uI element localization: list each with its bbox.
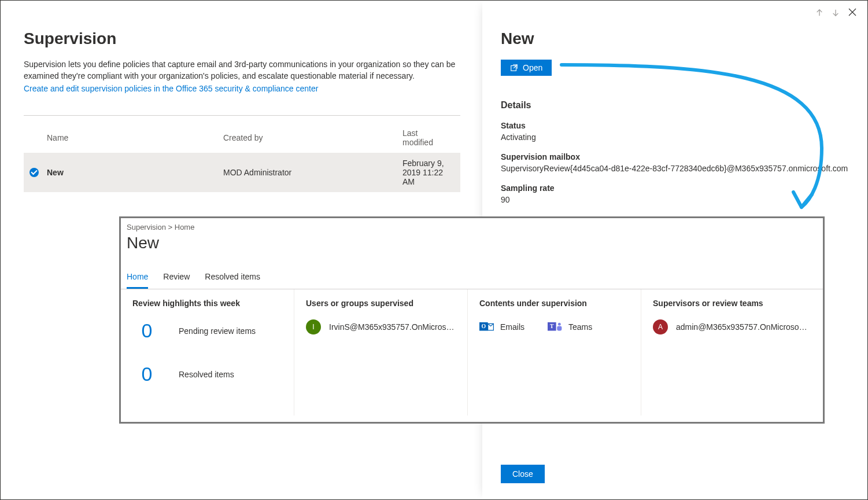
mailbox-value: SupervisoryReview{4d45ca04-d81e-422e-83c… <box>501 164 849 173</box>
col-header-created[interactable]: Created by <box>223 133 402 142</box>
emails-label: Emails <box>500 322 525 332</box>
svg-rect-7 <box>557 326 562 330</box>
user-avatar-icon: I <box>306 319 321 334</box>
content-teams[interactable]: T Teams <box>548 319 592 334</box>
close-button[interactable]: Close <box>501 465 545 483</box>
content-emails[interactable]: O Emails <box>479 319 525 334</box>
supervisor-avatar-icon: A <box>653 319 668 334</box>
table-header-row: Name Created by Last modified <box>24 123 460 153</box>
help-link[interactable]: Create and edit supervision policies in … <box>24 84 318 93</box>
intro-text: Supervision lets you define policies tha… <box>24 58 460 82</box>
mailbox-label: Supervision mailbox <box>501 152 849 161</box>
outlook-icon: O <box>479 319 494 334</box>
tab-review[interactable]: Review <box>163 272 190 289</box>
pending-label: Pending review items <box>179 326 256 336</box>
panel-header: Contents under supervision <box>479 299 629 308</box>
row-name: New <box>47 168 223 177</box>
tab-resolved[interactable]: Resolved items <box>205 272 260 289</box>
flyout-title: New <box>501 30 849 48</box>
col-header-name[interactable]: Name <box>47 133 223 142</box>
arrow-up-icon[interactable] <box>815 9 823 19</box>
tab-bar: Home Review Resolved items <box>121 252 823 289</box>
svg-text:O: O <box>482 323 486 329</box>
arrow-down-icon[interactable] <box>832 9 840 19</box>
status-label: Status <box>501 121 849 130</box>
rate-label: Sampling rate <box>501 183 849 193</box>
open-new-window-icon <box>510 64 518 72</box>
policy-detail-overlay: Supervision > Home New Home Review Resol… <box>119 216 825 424</box>
page-title: Supervision <box>24 30 460 48</box>
panel-review-highlights: Review highlights this week 0 Pending re… <box>121 289 294 416</box>
table-row[interactable]: New MOD Administrator February 9, 2019 1… <box>24 153 460 192</box>
rate-value: 90 <box>501 195 849 204</box>
row-modified: February 9, 2019 11:22 AM <box>402 159 446 186</box>
panel-contents: Contents under supervision O Emails T <box>468 289 641 416</box>
panel-supervisors: Supervisors or review teams A admin@M365… <box>641 289 823 416</box>
pending-count: 0 <box>132 319 161 342</box>
supervisor-user[interactable]: admin@M365x935757.OnMicrosoft.... <box>676 322 809 332</box>
svg-text:T: T <box>550 323 554 329</box>
svg-point-6 <box>558 323 561 326</box>
policy-table: Name Created by Last modified New MOD Ad… <box>24 123 460 192</box>
close-icon[interactable] <box>848 8 857 20</box>
divider <box>24 115 460 116</box>
panel-header: Supervisors or review teams <box>653 299 811 308</box>
breadcrumb[interactable]: Supervision > Home <box>121 218 823 231</box>
details-heading: Details <box>501 100 849 111</box>
teams-icon: T <box>548 319 563 334</box>
resolved-count: 0 <box>132 363 161 385</box>
panel-header: Review highlights this week <box>132 299 282 308</box>
row-selected-icon[interactable] <box>29 168 39 177</box>
panel-header: Users or groups supervised <box>306 299 456 308</box>
tab-home[interactable]: Home <box>127 272 148 289</box>
open-button[interactable]: Open <box>501 60 552 76</box>
panel-users-supervised: Users or groups supervised I IrvinS@M365… <box>294 289 468 416</box>
open-button-label: Open <box>523 63 542 72</box>
overlay-title: New <box>121 231 823 252</box>
resolved-label: Resolved items <box>179 370 234 379</box>
status-value: Activating <box>501 133 849 142</box>
teams-label: Teams <box>568 322 592 332</box>
col-header-modified[interactable]: Last modified <box>402 128 446 147</box>
row-created: MOD Administrator <box>223 168 402 177</box>
supervised-user[interactable]: IrvinS@M365x935757.OnMicrosoft.... <box>329 322 456 332</box>
